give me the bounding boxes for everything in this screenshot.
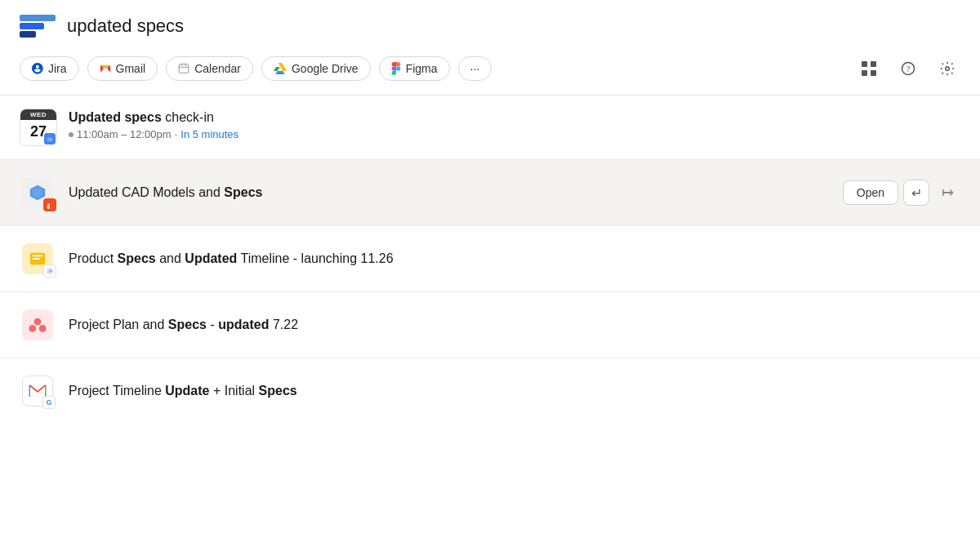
settings-button[interactable]	[934, 56, 960, 82]
jira-icon	[32, 63, 43, 74]
logo-bar-1	[20, 15, 56, 21]
event-dot	[69, 132, 74, 137]
result-plan-middle: -	[207, 318, 218, 331]
event-card[interactable]: WED 27 Updated specs check-in 11:00am – …	[0, 96, 980, 159]
chip-calendar-label: Calendar	[194, 62, 241, 75]
svg-rect-15	[47, 137, 52, 141]
toolbar: Jira Gmail Calendar Google Drive	[0, 49, 980, 95]
svg-rect-0	[179, 64, 189, 73]
chip-gmail[interactable]: Gmail	[87, 56, 158, 81]
event-title-bold: Updated specs	[69, 110, 162, 124]
svg-point-13	[946, 67, 950, 71]
google-icon: G	[46, 267, 54, 275]
svg-marker-5	[274, 67, 280, 71]
result-timeline-prefix: Project Timeline	[69, 384, 165, 398]
app-logo	[20, 15, 56, 38]
result-title-project-plan: Project Plan and Specs - updated 7.22	[69, 318, 960, 332]
result-product-suffix: Timeline - launching 11.26	[237, 251, 393, 265]
app-icon-figma	[20, 175, 56, 211]
calendar-event-icon: WED 27	[20, 109, 57, 146]
svg-point-22	[34, 318, 42, 326]
result-product-bold2: Updated	[185, 251, 237, 265]
svg-rect-8	[871, 61, 876, 67]
event-title: Updated specs check-in	[69, 109, 960, 127]
result-actions-cad: Open ↵ ↦	[843, 180, 960, 206]
logo-bar-3	[20, 31, 36, 38]
chip-figma[interactable]: Figma	[379, 56, 450, 81]
event-time-soon: In 5 minutes	[180, 128, 238, 140]
calendar-small-icon	[47, 136, 53, 142]
google-badge: G	[43, 264, 56, 278]
svg-rect-19	[33, 255, 43, 256]
chip-more-label: ···	[470, 62, 480, 75]
gear-icon	[940, 61, 955, 76]
result-plan-prefix: Project Plan and	[69, 318, 168, 331]
result-title-cad: Updated CAD Models and Specs	[69, 185, 830, 200]
result-timeline-middle: + Initial	[210, 384, 259, 398]
grid-button[interactable]	[856, 56, 882, 82]
result-cad-prefix: Updated	[69, 185, 122, 199]
result-timeline-bold2: Specs	[259, 384, 297, 398]
chip-jira[interactable]: Jira	[20, 56, 79, 81]
toolbar-right: ?	[856, 56, 960, 82]
result-cad-bold: Specs	[224, 185, 262, 199]
open-button[interactable]: Open	[843, 180, 898, 205]
chip-calendar[interactable]: Calendar	[166, 56, 253, 81]
cal-day-of-week: WED	[20, 109, 56, 120]
result-product-bold1: Specs	[118, 251, 156, 265]
search-input[interactable]	[67, 16, 960, 37]
arrow-button[interactable]: ↦	[934, 180, 960, 206]
result-plan-suffix: 7.22	[269, 318, 298, 331]
result-timeline-bold1: Update	[165, 384, 209, 398]
result-row-product-specs[interactable]: G Product Specs and Updated Timeline - l…	[0, 226, 980, 291]
chip-jira-label: Jira	[48, 62, 67, 75]
result-plan-bold1: Specs	[168, 318, 207, 331]
google-badge-2: G	[42, 396, 56, 409]
chip-gmail-label: Gmail	[116, 62, 146, 75]
svg-point-24	[39, 325, 47, 332]
cal-badge	[44, 133, 56, 144]
google-drive-icon	[274, 63, 287, 74]
enter-button[interactable]: ↵	[903, 180, 929, 206]
app-icon-slides: G	[20, 241, 56, 277]
svg-rect-9	[862, 70, 867, 76]
figma-badge-icon	[47, 201, 53, 209]
logo-bar-2	[20, 23, 44, 29]
figma-badge	[43, 198, 56, 211]
result-title-timeline: Project Timeline Update + Initial Specs	[69, 384, 960, 398]
svg-marker-6	[275, 71, 284, 74]
svg-text:?: ?	[906, 64, 911, 73]
result-title-product: Product Specs and Updated Timeline - lau…	[69, 251, 960, 266]
svg-rect-20	[33, 258, 40, 260]
chip-more[interactable]: ···	[458, 56, 492, 81]
enter-symbol: ↵	[911, 185, 922, 201]
result-row-project-timeline[interactable]: G Project Timeline Update + Initial Spec…	[0, 358, 980, 424]
event-meta: 11:00am – 12:00pm · In 5 minutes	[69, 128, 960, 140]
arrow-symbol: ↦	[942, 184, 954, 202]
event-separator: ·	[175, 128, 178, 140]
event-info: Updated specs check-in 11:00am – 12:00pm…	[69, 109, 960, 140]
result-cad-middle: CAD Models and	[122, 185, 224, 199]
result-product-prefix: Product	[69, 251, 118, 265]
chip-google-drive-label: Google Drive	[292, 62, 359, 75]
asana-icon	[29, 316, 47, 334]
help-button[interactable]: ?	[895, 56, 921, 82]
app-icon-gmail: G	[20, 373, 56, 409]
result-row-project-plan[interactable]: Project Plan and Specs - updated 7.22	[0, 292, 980, 358]
grid-icon	[862, 61, 876, 76]
svg-text:G: G	[48, 269, 51, 273]
result-product-middle: and	[156, 251, 185, 265]
result-row-cad[interactable]: Updated CAD Models and Specs Open ↵ ↦	[0, 160, 980, 225]
header	[0, 0, 980, 49]
result-plan-bold2: updated	[218, 318, 269, 331]
event-time-range: 11:00am – 12:00pm	[77, 128, 172, 140]
app-icon-asana	[20, 307, 56, 343]
figma-icon	[391, 62, 401, 75]
chip-google-drive[interactable]: Google Drive	[261, 56, 371, 81]
google-g: G	[46, 398, 51, 407]
calendar-icon	[178, 63, 189, 74]
help-icon: ?	[901, 61, 915, 76]
svg-rect-10	[871, 70, 876, 76]
svg-point-23	[29, 325, 36, 332]
event-title-rest: check-in	[162, 110, 214, 124]
